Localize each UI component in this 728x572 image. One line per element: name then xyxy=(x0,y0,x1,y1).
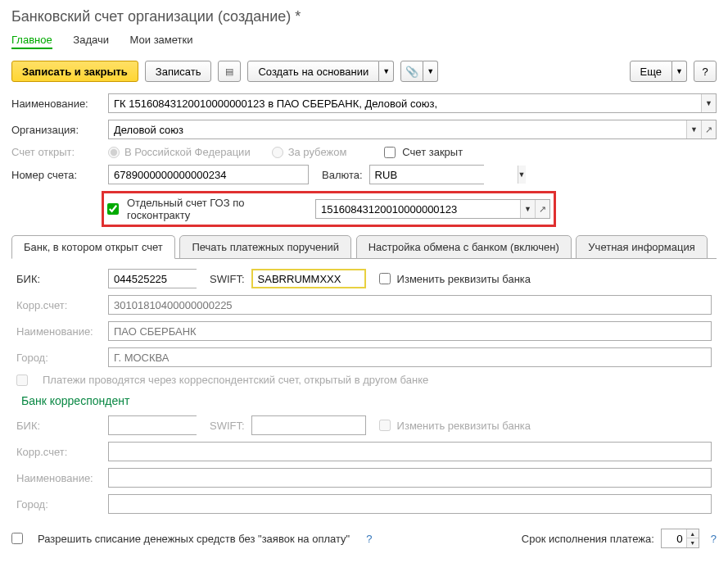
allow-writeoff-checkbox[interactable] xyxy=(11,533,23,544)
external-icon: ↗ xyxy=(539,204,546,215)
help-link[interactable]: ? xyxy=(366,533,372,545)
change-req-label: Изменить реквизиты банка xyxy=(397,273,531,285)
tab-print[interactable]: Печать платежных поручений xyxy=(179,235,351,259)
org-input[interactable] xyxy=(109,120,686,138)
stepper-down-icon[interactable]: ▼ xyxy=(687,538,699,547)
more-group: Еще ▼ xyxy=(630,61,687,82)
create-based-group: Создать на основании ▼ xyxy=(247,61,394,82)
cbik-label: БИК: xyxy=(16,420,102,432)
city-label: Город: xyxy=(16,352,102,364)
via-corr-label: Платежи проводятся через корреспондентск… xyxy=(43,374,428,386)
cchange-req-checkbox xyxy=(379,420,391,431)
save-button[interactable]: Записать xyxy=(145,61,212,82)
save-close-button[interactable]: Записать и закрыть xyxy=(11,61,138,82)
closed-checkbox[interactable] xyxy=(384,147,396,158)
cchange-req-label: Изменить реквизиты банка xyxy=(397,420,531,432)
create-based-button[interactable]: Создать на основании xyxy=(247,61,379,82)
more-dropdown[interactable]: ▼ xyxy=(672,61,687,82)
corr-input xyxy=(108,295,712,315)
goz-select[interactable]: ▼ ↗ xyxy=(315,199,550,219)
ccity-label: Город: xyxy=(16,498,102,511)
swift-label: SWIFT: xyxy=(210,273,245,285)
attach-dropdown[interactable]: ▼ xyxy=(423,61,438,82)
closed-label: Счет закрыт xyxy=(402,146,463,158)
goz-label: Отдельный счет ГОЗ по госконтракту xyxy=(127,197,307,221)
bik-label: БИК: xyxy=(16,273,102,285)
term-stepper[interactable]: ▲ ▼ xyxy=(661,529,699,548)
term-label: Срок исполнения платежа: xyxy=(522,533,654,545)
cname-label: Наименование: xyxy=(16,472,102,484)
tab-exchange[interactable]: Настройка обмена с банком (включен) xyxy=(356,235,572,259)
via-corr-checkbox xyxy=(16,375,28,386)
bik-select[interactable]: ↗ xyxy=(108,269,197,288)
tab-bank[interactable]: Банк, в котором открыт счет xyxy=(11,235,175,259)
cur-select[interactable]: ▼ xyxy=(369,165,484,184)
cur-dropdown-icon[interactable]: ▼ xyxy=(518,166,526,184)
content-tabs: Банк, в котором открыт счет Печать плате… xyxy=(11,235,717,259)
create-based-dropdown[interactable]: ▼ xyxy=(379,61,394,82)
org-select[interactable]: ▼ ↗ xyxy=(108,120,717,139)
city-input xyxy=(108,347,712,367)
cswift-input xyxy=(251,415,366,435)
nav-tabs: Главное Задачи Мои заметки xyxy=(11,34,717,49)
corr-label: Корр.счет: xyxy=(16,299,102,311)
swift-input[interactable] xyxy=(251,269,366,288)
ccity-input xyxy=(108,494,712,514)
term-input[interactable] xyxy=(662,529,686,547)
cur-input[interactable] xyxy=(370,166,518,184)
nav-tab-notes[interactable]: Мои заметки xyxy=(130,34,193,48)
ccorr-label: Корр.счет: xyxy=(16,446,102,458)
name-label: Наименование: xyxy=(11,98,102,110)
attach-button[interactable]: 📎 xyxy=(400,61,423,82)
gallery-icon-button[interactable]: ▤ xyxy=(218,61,241,82)
org-open-icon[interactable]: ↗ xyxy=(701,120,716,138)
goz-row: Отдельный счет ГОЗ по госконтракту ▼ ↗ xyxy=(102,191,556,227)
radio-rf[interactable]: В Российской Федерации xyxy=(108,146,251,158)
external-icon: ↗ xyxy=(705,125,712,135)
goz-dropdown-icon[interactable]: ▼ xyxy=(520,200,535,218)
name-dropdown-icon[interactable]: ▼ xyxy=(701,94,716,112)
goz-input[interactable] xyxy=(316,200,520,218)
more-button[interactable]: Еще xyxy=(630,61,672,82)
num-label: Номер счета: xyxy=(11,169,102,181)
bankname-label: Наименование: xyxy=(16,325,102,338)
term-help-link[interactable]: ? xyxy=(711,533,717,545)
change-req-checkbox[interactable] xyxy=(379,273,391,284)
nav-tab-tasks[interactable]: Задачи xyxy=(73,34,109,48)
paperclip-icon: 📎 xyxy=(405,66,418,78)
org-dropdown-icon[interactable]: ▼ xyxy=(686,120,701,138)
cbik-select: ↗ xyxy=(108,415,197,435)
nav-tab-main[interactable]: Главное xyxy=(11,34,52,49)
name-select[interactable]: ▼ xyxy=(108,93,717,113)
stepper-up-icon[interactable]: ▲ xyxy=(687,529,699,538)
cswift-label: SWIFT: xyxy=(210,420,245,432)
cname-input xyxy=(108,468,712,488)
allow-writeoff-label: Разрешить списание денежных средств без … xyxy=(38,533,350,545)
org-label: Организация: xyxy=(11,124,102,136)
cur-label: Валюта: xyxy=(322,169,363,181)
corr-bank-heading: Банк корреспондент xyxy=(21,394,712,407)
help-button[interactable]: ? xyxy=(694,61,717,82)
goz-open-icon[interactable]: ↗ xyxy=(535,200,549,218)
bankname-input xyxy=(108,321,712,341)
open-label: Счет открыт: xyxy=(11,146,102,158)
radio-abroad[interactable]: За рубежом xyxy=(272,146,347,158)
goz-checkbox[interactable] xyxy=(107,203,119,215)
name-input[interactable] xyxy=(109,94,701,112)
page-title: Банковский счет организации (создание) * xyxy=(11,8,717,25)
attach-group: 📎 ▼ xyxy=(400,61,438,82)
toolbar: Записать и закрыть Записать ▤ Создать на… xyxy=(11,61,717,82)
num-input[interactable] xyxy=(108,165,309,184)
tab-acct[interactable]: Учетная информация xyxy=(576,235,707,259)
list-icon: ▤ xyxy=(225,66,233,77)
ccorr-input xyxy=(108,442,712,461)
